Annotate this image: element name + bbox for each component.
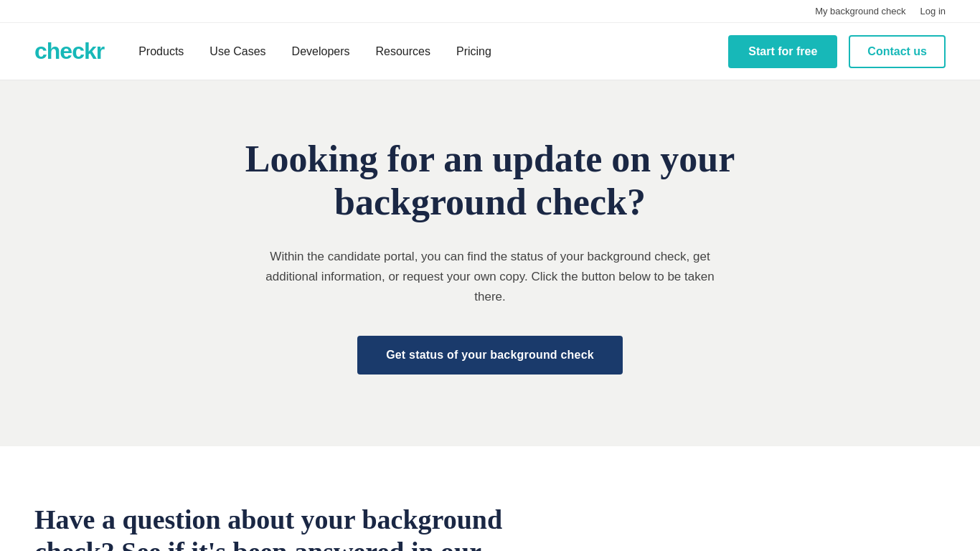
- get-status-button[interactable]: Get status of your background check: [357, 336, 623, 375]
- logo[interactable]: checkr: [34, 38, 104, 65]
- nav-pricing[interactable]: Pricing: [456, 45, 491, 58]
- top-utility-bar: My background check Log in: [0, 0, 980, 23]
- main-navbar: checkr Products Use Cases Developers Res…: [0, 23, 980, 80]
- nav-resources[interactable]: Resources: [376, 45, 430, 58]
- login-link[interactable]: Log in: [920, 6, 946, 17]
- start-for-free-button[interactable]: Start for free: [728, 35, 837, 68]
- lower-section: Have a question about your background ch…: [0, 446, 980, 551]
- hero-subtitle: Within the candidate portal, you can fin…: [260, 247, 720, 307]
- my-background-check-link[interactable]: My background check: [815, 6, 905, 17]
- hero-title: Looking for an update on your background…: [232, 138, 748, 224]
- contact-us-button[interactable]: Contact us: [849, 35, 946, 68]
- nav-developers[interactable]: Developers: [292, 45, 350, 58]
- nav-actions: Start for free Contact us: [728, 35, 946, 68]
- nav-use-cases[interactable]: Use Cases: [209, 45, 265, 58]
- hero-section: Looking for an update on your background…: [0, 80, 980, 446]
- nav-products[interactable]: Products: [138, 45, 184, 58]
- nav-links: Products Use Cases Developers Resources …: [138, 45, 728, 58]
- lower-title: Have a question about your background ch…: [34, 504, 537, 551]
